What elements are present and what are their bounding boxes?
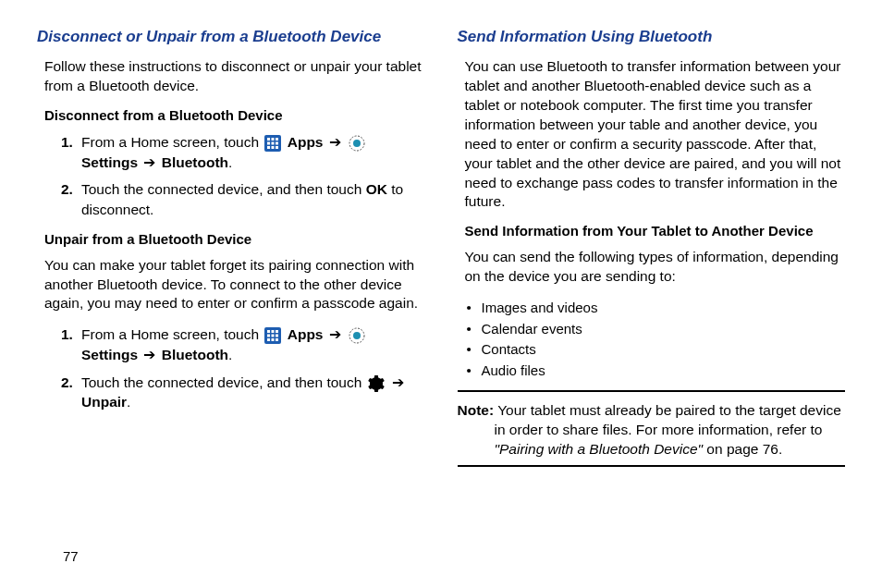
label-unpair: Unpair [81, 394, 127, 410]
list-item: Calendar events [467, 319, 846, 340]
right-column: Send Information Using Bluetooth You can… [458, 28, 846, 476]
note-text: Note: Your tablet must already be paired… [458, 401, 846, 459]
label-ok: OK [366, 181, 387, 197]
apps-icon [264, 135, 281, 152]
label-settings: Settings [81, 347, 141, 362]
svg-rect-19 [267, 338, 270, 341]
note-ref: "Pairing with a Bluetooth Device" [495, 441, 704, 457]
send-types-intro: You can send the following types of info… [458, 248, 846, 287]
step-2-disconnect: 2. Touch the connected device, and then … [61, 179, 425, 219]
svg-rect-5 [272, 141, 275, 144]
svg-rect-18 [276, 335, 278, 337]
label-bluetooth: Bluetooth [162, 347, 228, 362]
left-column: Disconnect or Unpair from a Bluetooth De… [37, 28, 425, 476]
svg-rect-16 [267, 335, 270, 337]
svg-rect-8 [272, 146, 275, 149]
intro-send: You can use Bluetooth to transfer inform… [458, 57, 846, 212]
steps-unpair: 1. From a Home screen, touch Apps ➔ Sett… [37, 325, 425, 412]
step-2-unpair: 2. Touch the connected device, and then … [61, 373, 425, 412]
step-text: Touch the connected device, and then tou… [81, 181, 366, 197]
heading-send-info: Send Information Using Bluetooth [458, 28, 846, 46]
send-types-list: Images and videos Calendar events Contac… [458, 298, 846, 381]
settings-icon [349, 135, 365, 152]
settings-icon [349, 327, 365, 344]
arrow: ➔ [143, 345, 155, 365]
step-text: Touch the connected device, and then tou… [81, 374, 366, 390]
svg-rect-1 [267, 138, 270, 141]
step-text: From a Home screen, touch [81, 326, 263, 342]
page-number: 77 [63, 548, 79, 564]
step-1-unpair: 1. From a Home screen, touch Apps ➔ Sett… [61, 325, 425, 364]
svg-point-11 [353, 140, 361, 147]
step-1-disconnect: 1. From a Home screen, touch Apps ➔ Sett… [61, 132, 425, 172]
list-item: Audio files [467, 361, 846, 382]
svg-rect-20 [272, 338, 275, 341]
heading-disconnect-unpair: Disconnect or Unpair from a Bluetooth De… [37, 28, 425, 46]
svg-rect-14 [272, 330, 275, 333]
note-body-a: Your tablet must already be paired to th… [494, 402, 841, 437]
divider [458, 390, 846, 392]
arrow: ➔ [143, 153, 155, 173]
svg-rect-3 [276, 138, 278, 141]
list-item: Images and videos [467, 298, 846, 319]
svg-rect-21 [276, 338, 278, 341]
label-apps: Apps [288, 134, 327, 150]
label-apps: Apps [288, 326, 327, 342]
svg-rect-4 [267, 141, 270, 144]
note-label: Note: [458, 402, 495, 418]
arrow: ➔ [329, 132, 341, 153]
svg-rect-15 [276, 330, 278, 333]
svg-rect-17 [272, 335, 275, 337]
intro-unpair: You can make your tablet forget its pair… [37, 256, 425, 314]
svg-rect-7 [267, 146, 270, 149]
subheading-send: Send Information from Your Tablet to Ano… [458, 223, 846, 239]
svg-rect-13 [267, 330, 270, 333]
subheading-disconnect: Disconnect from a Bluetooth Device [37, 107, 425, 123]
gear-icon [368, 375, 385, 392]
step-text: From a Home screen, touch [81, 134, 263, 150]
label-bluetooth: Bluetooth [162, 154, 228, 170]
divider [458, 465, 846, 467]
subheading-unpair: Unpair from a Bluetooth Device [37, 231, 425, 247]
label-settings: Settings [81, 154, 141, 170]
intro-disconnect: Follow these instructions to disconnect … [37, 57, 425, 96]
svg-rect-2 [272, 138, 275, 141]
svg-point-23 [353, 332, 361, 339]
list-item: Contacts [467, 339, 846, 361]
svg-rect-6 [276, 141, 278, 144]
arrow: ➔ [329, 325, 341, 345]
steps-disconnect: 1. From a Home screen, touch Apps ➔ Sett… [37, 132, 425, 220]
svg-rect-9 [276, 146, 278, 149]
note-body-b: on page 76. [703, 441, 782, 457]
apps-icon [264, 327, 281, 344]
arrow: ➔ [392, 373, 404, 393]
